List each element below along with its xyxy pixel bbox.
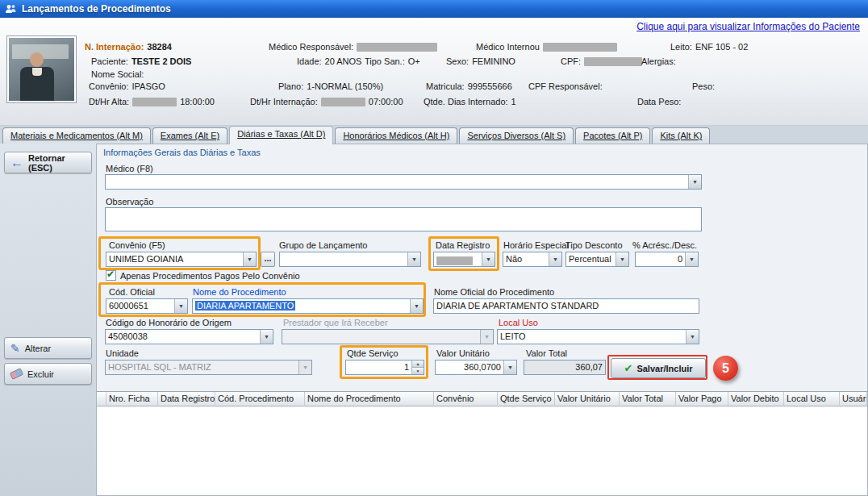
tipo-desconto-combobox[interactable]: Percentual ▼ (565, 252, 629, 267)
convenio-combobox-value: UNIMED GOIANIA (106, 252, 243, 266)
convenio-label: Convênio: (89, 81, 129, 91)
tab-pacotes[interactable]: Pacotes (Alt P) (575, 127, 650, 144)
acresc-desc-combobox[interactable]: 0 ▼ (635, 252, 699, 267)
nome-oficial-label: Nome Oficial do Procedimento (434, 287, 554, 297)
paciente-value: TESTE 2 DOIS (131, 56, 192, 66)
tab-label: Materiais e Medicamentos (Alt M) (10, 131, 143, 140)
patient-header: Clique aqui para visualizar Informações … (0, 18, 868, 126)
field-matricula: Matricula: 999555666 (426, 81, 512, 91)
spin-up-icon[interactable]: ▲ (412, 361, 424, 367)
prestador-label: Prestador que Irá Receber (283, 318, 388, 327)
salvar-incluir-button[interactable]: ✔ Salvar/Incluir (611, 358, 706, 378)
cod-honorario-label: Código do Honorário de Origem (106, 318, 232, 327)
spin-down-icon[interactable]: ▼ (412, 367, 424, 374)
selected-text: DIARIA APARTAMENTO (195, 301, 295, 311)
retornar-button[interactable]: ← Retornar (ESC) (4, 152, 92, 173)
alterar-button[interactable]: ✎ Alterar (4, 337, 92, 359)
grupo-lancamento-label: Grupo de Lançamento (279, 240, 367, 250)
cod-oficial-value: 60000651 (106, 299, 174, 313)
procedimentos-grid: Nro. Ficha Data Registro Cód. Procedimen… (97, 391, 867, 495)
field-sexo: Sexo: FEMININO (446, 56, 515, 66)
tab-exames[interactable]: Exames (Alt E) (152, 127, 227, 144)
excluir-button[interactable]: Excluir (4, 363, 92, 385)
apenas-pagos-row[interactable]: ✔ Apenas Procedimentos Pagos Pelo Convên… (106, 270, 300, 281)
medico-responsavel-label: Médico Responsável: (269, 42, 353, 52)
titlebar: Lançamentos de Procedimentos (0, 0, 868, 18)
idade-label: Idade: (297, 56, 322, 66)
valor-unitario-combobox[interactable]: 360,0700 ▼ (435, 360, 517, 375)
grid-header-qtde-servico[interactable]: Qtde Serviço (498, 392, 555, 406)
cod-oficial-combobox[interactable]: 60000651 ▼ (106, 298, 188, 314)
grid-header-local-uso[interactable]: Local Uso (784, 392, 840, 406)
dropdown-arrow-icon[interactable]: ▼ (243, 252, 256, 266)
redacted-value (357, 43, 437, 52)
local-uso-combobox[interactable]: LEITO ▼ (497, 329, 699, 344)
nome-oficial-field[interactable]: DIARIA DE APARTAMENTO STANDARD (433, 298, 699, 314)
acresc-desc-label: % Acrésc./Desc. (632, 240, 697, 250)
dt-hr-alta-time: 18:00:00 (180, 97, 215, 106)
grid-body[interactable] (97, 406, 867, 495)
convenio-combobox[interactable]: UNIMED GOIANIA ▼ (106, 252, 257, 267)
horario-especial-value: Não (503, 252, 549, 266)
tab-kits[interactable]: Kits (Alt K) (652, 127, 710, 144)
tab-label: Pacotes (Alt P) (583, 131, 642, 140)
medico-combobox[interactable]: ▼ (105, 174, 702, 190)
valor-unitario-label: Valor Unitário (436, 348, 490, 358)
apenas-pagos-checkbox[interactable]: ✔ (106, 270, 116, 281)
checkmark-icon: ✔ (106, 269, 115, 280)
dt-hr-internacao-time: 07:00:00 (369, 97, 403, 106)
local-uso-label: Local Uso (499, 318, 538, 327)
grid-header-data-registro[interactable]: Data Registro (158, 392, 215, 406)
dropdown-arrow-icon[interactable]: ▼ (686, 330, 699, 344)
dropdown-arrow-icon[interactable]: ▼ (688, 175, 701, 189)
grupo-lancamento-combobox[interactable]: ▼ (279, 252, 421, 267)
field-leito: Leito: ENF 105 - 02 (670, 42, 748, 52)
grid-header-indicator[interactable] (97, 392, 106, 406)
dropdown-arrow-icon[interactable]: ▼ (260, 330, 273, 344)
dropdown-arrow-icon[interactable]: ▼ (407, 252, 420, 266)
qtde-servico-spinner[interactable]: 1 ▲▼ (345, 360, 424, 375)
convenio-lookup-button[interactable]: ... (261, 252, 275, 267)
photo-person-head (30, 52, 44, 67)
app-window: Lançamentos de Procedimentos Clique aqui… (0, 0, 868, 496)
dropdown-arrow-icon[interactable]: ▼ (503, 361, 516, 374)
grid-header-valor-unitario[interactable]: Valor Unitário (555, 392, 620, 406)
paciente-label: Paciente: (91, 56, 128, 66)
grid-header-usuario[interactable]: Usuári (840, 392, 867, 406)
tab-diarias-e-taxas[interactable]: Diárias e Taxas (Alt D) (229, 126, 333, 144)
alterar-button-label: Alterar (25, 344, 51, 353)
dropdown-arrow-icon[interactable]: ▼ (410, 299, 423, 313)
valor-unitario-value: 360,0700 (436, 361, 503, 374)
grid-header-cod-procedimento[interactable]: Cód. Procedimento (215, 392, 305, 406)
back-arrow-icon: ← (10, 157, 23, 169)
tipo-san-value: O+ (408, 56, 420, 66)
dropdown-arrow-icon[interactable]: ▼ (174, 299, 187, 313)
grid-header-nome-procedimento[interactable]: Nome do Procedimento (305, 392, 434, 406)
grid-header-nro-ficha[interactable]: Nro. Ficha (106, 392, 158, 406)
convenio-f5-label: Convênio (F5) (109, 240, 165, 250)
data-registro-label: Data Registro (436, 240, 490, 250)
dropdown-arrow-icon[interactable]: ▼ (549, 252, 561, 266)
idade-value: 20 ANOS (325, 56, 362, 66)
horario-especial-combobox[interactable]: Não ▼ (503, 252, 562, 267)
patient-info-link[interactable]: Clique aqui para visualizar Informações … (636, 21, 860, 32)
redacted-value (321, 98, 365, 106)
data-registro-combobox[interactable]: ▼ (433, 252, 495, 267)
cpf-responsavel-label: CPF Responsável: (528, 81, 603, 91)
tab-honorarios-medicos[interactable]: Honorários Médicos (Alt H) (335, 127, 457, 144)
nome-procedimento-combobox[interactable]: DIARIA APARTAMENTO ▼ (192, 298, 424, 314)
grid-header-convenio[interactable]: Convênio (434, 392, 498, 406)
dropdown-arrow-icon[interactable]: ▼ (616, 252, 628, 266)
tab-servicos-diversos[interactable]: Serviços Diversos (Alt S) (459, 127, 574, 144)
sidebar: ← Retornar (ESC) ✎ Alterar Excluir (0, 144, 96, 496)
observacao-input[interactable] (105, 207, 702, 231)
grid-header-valor-total[interactable]: Valor Total (620, 392, 676, 406)
grid-header-valor-debito[interactable]: Valor Debito (728, 392, 784, 406)
alergias-label: Alergias: (641, 56, 676, 66)
dropdown-arrow-icon[interactable]: ▼ (482, 252, 495, 266)
cod-honorario-combobox[interactable]: 45080038 ▼ (105, 329, 273, 344)
dropdown-arrow-icon[interactable]: ▼ (685, 252, 698, 266)
grid-header-valor-pago[interactable]: Valor Pago (676, 392, 728, 406)
tab-materiais-e-medicamentos[interactable]: Materiais e Medicamentos (Alt M) (2, 127, 151, 144)
tipo-desconto-value: Percentual (566, 252, 616, 266)
